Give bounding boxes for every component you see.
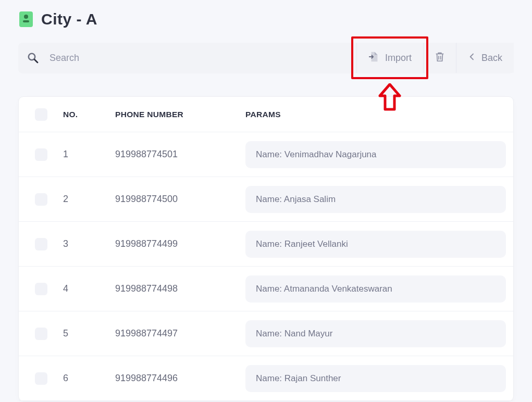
row-checkbox[interactable]	[35, 372, 47, 385]
select-all-checkbox[interactable]	[35, 108, 47, 121]
col-no: NO.	[63, 110, 115, 119]
row-phone: 919988774500	[115, 194, 245, 205]
page-title: City - A	[41, 10, 97, 28]
table-header: NO. PHONE NUMBER PARAMS	[19, 97, 513, 132]
row-params: Name: Nand Mayur	[245, 320, 506, 347]
delete-button[interactable]	[423, 43, 456, 73]
row-params: Name: Rajan Sunther	[245, 365, 506, 392]
chevron-left-icon	[468, 53, 476, 64]
back-label: Back	[481, 53, 502, 64]
row-phone: 919988774499	[115, 238, 245, 249]
search-icon	[27, 52, 39, 64]
col-phone: PHONE NUMBER	[115, 110, 245, 119]
table-row: 2919988774500Name: Anjasa Salim	[19, 177, 513, 222]
trash-icon	[434, 51, 446, 65]
row-phone: 919988774501	[115, 149, 245, 160]
table-row: 5919988774497Name: Nand Mayur	[19, 311, 513, 356]
import-file-icon	[368, 51, 380, 65]
row-params: Name: Venimadhav Nagarjuna	[245, 141, 506, 168]
table-row: 3919988774499Name: Ranjeet Vellanki	[19, 222, 513, 267]
row-checkbox[interactable]	[35, 283, 47, 295]
search-input[interactable]	[50, 53, 356, 64]
row-phone: 919988774498	[115, 283, 245, 294]
row-checkbox[interactable]	[35, 148, 47, 161]
row-checkbox[interactable]	[35, 238, 47, 250]
row-checkbox[interactable]	[35, 193, 47, 206]
row-no: 5	[63, 328, 115, 339]
row-no: 2	[63, 194, 115, 205]
row-params: Name: Ranjeet Vellanki	[245, 231, 506, 258]
contacts-table: NO. PHONE NUMBER PARAMS 1919988774501Nam…	[18, 96, 514, 401]
row-params: Name: Anjasa Salim	[245, 186, 506, 213]
row-no: 6	[63, 373, 115, 384]
import-label: Import	[385, 53, 412, 64]
row-phone: 919988774496	[115, 373, 245, 384]
row-checkbox[interactable]	[35, 328, 47, 340]
svg-line-1	[34, 59, 38, 62]
import-button[interactable]: Import	[356, 43, 423, 73]
row-no: 4	[63, 283, 115, 294]
table-row: 4919988774498Name: Atmananda Venkateswar…	[19, 267, 513, 311]
table-row: 6919988774496Name: Rajan Sunther	[19, 356, 513, 401]
col-params: PARAMS	[245, 110, 506, 119]
back-button[interactable]: Back	[456, 43, 514, 73]
contacts-icon	[19, 11, 33, 27]
table-row: 1919988774501Name: Venimadhav Nagarjuna	[19, 132, 513, 177]
row-params: Name: Atmananda Venkateswaran	[245, 275, 506, 303]
toolbar: Import Back	[18, 43, 514, 73]
row-phone: 919988774497	[115, 328, 245, 339]
row-no: 1	[63, 149, 115, 160]
row-no: 3	[63, 238, 115, 249]
